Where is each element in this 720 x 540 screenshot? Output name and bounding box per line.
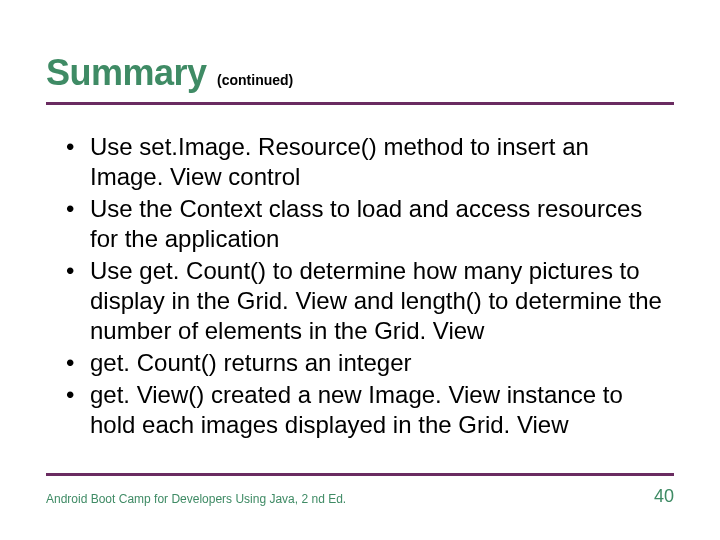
slide-subtitle: (continued) [217, 72, 293, 88]
list-item: Use the Context class to load and access… [62, 194, 662, 254]
list-item: get. View() created a new Image. View in… [62, 380, 662, 440]
list-item: Use set.Image. Resource() method to inse… [62, 132, 662, 192]
slide-title-block: Summary (continued) [46, 52, 293, 94]
page-number: 40 [654, 486, 674, 507]
slide-title: Summary [46, 52, 207, 93]
footer-text: Android Boot Camp for Developers Using J… [46, 492, 346, 506]
list-item: Use get. Count() to determine how many p… [62, 256, 662, 346]
list-item: get. Count() returns an integer [62, 348, 662, 378]
content-area: Use set.Image. Resource() method to inse… [62, 132, 662, 442]
divider-bottom [46, 473, 674, 476]
divider-top [46, 102, 674, 105]
bullet-list: Use set.Image. Resource() method to inse… [62, 132, 662, 440]
slide: Summary (continued) Use set.Image. Resou… [0, 0, 720, 540]
